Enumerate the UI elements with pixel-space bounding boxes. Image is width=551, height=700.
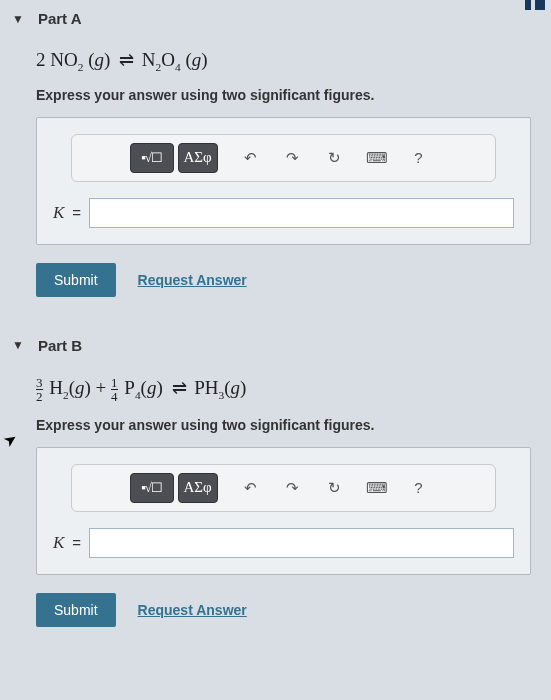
- part-a-submit-button[interactable]: Submit: [36, 263, 116, 297]
- part-a-equation: 2 NO2 (g) ⇌ N2O4 (g): [36, 49, 531, 73]
- keyboard-icon[interactable]: ⌨: [358, 474, 396, 502]
- greek-symbols-button[interactable]: ΑΣφ: [178, 143, 218, 173]
- part-a-title: Part A: [38, 10, 82, 27]
- part-a-toolbar: ▪√☐ ΑΣφ ↶ ↷ ↻ ⌨ ?: [71, 134, 496, 182]
- part-b-title: Part B: [38, 337, 82, 354]
- undo-icon[interactable]: ↶: [232, 144, 270, 172]
- greek-symbols-button[interactable]: ΑΣφ: [178, 473, 218, 503]
- part-b-request-answer-link[interactable]: Request Answer: [138, 602, 247, 618]
- collapse-icon[interactable]: ▼: [12, 12, 24, 26]
- format-template-button[interactable]: ▪√☐: [130, 143, 174, 173]
- part-b-equation: 32 H2(g) + 14 P4(g) ⇌ PH3(g): [36, 376, 531, 403]
- format-template-button[interactable]: ▪√☐: [130, 473, 174, 503]
- reset-icon[interactable]: ↻: [316, 474, 354, 502]
- part-a-header[interactable]: ▼ Part A: [12, 10, 531, 27]
- help-icon[interactable]: ?: [400, 474, 438, 502]
- part-b-answer-input[interactable]: [89, 528, 514, 558]
- reset-icon[interactable]: ↻: [316, 144, 354, 172]
- collapse-icon[interactable]: ▼: [12, 338, 24, 352]
- redo-icon[interactable]: ↷: [274, 144, 312, 172]
- part-a-answer-input[interactable]: [89, 198, 514, 228]
- part-a-instruction: Express your answer using two significan…: [36, 87, 531, 103]
- help-icon[interactable]: ?: [400, 144, 438, 172]
- part-a-var-label: K: [53, 203, 64, 223]
- part-b-header[interactable]: ▼ Part B: [12, 337, 531, 354]
- redo-icon[interactable]: ↷: [274, 474, 312, 502]
- part-b-var-label: K: [53, 533, 64, 553]
- part-b: ▼ Part B 32 H2(g) + 14 P4(g) ⇌ PH3(g) Ex…: [36, 337, 531, 627]
- part-b-submit-button[interactable]: Submit: [36, 593, 116, 627]
- part-b-toolbar: ▪√☐ ΑΣφ ↶ ↷ ↻ ⌨ ?: [71, 464, 496, 512]
- part-a-eq-sign: =: [72, 204, 81, 221]
- part-b-instruction: Express your answer using two significan…: [36, 417, 531, 433]
- part-b-eq-sign: =: [72, 534, 81, 551]
- window-decor: [525, 0, 547, 10]
- part-a: ▼ Part A 2 NO2 (g) ⇌ N2O4 (g) Express yo…: [36, 10, 531, 297]
- part-b-answer-box: ▪√☐ ΑΣφ ↶ ↷ ↻ ⌨ ? K =: [36, 447, 531, 575]
- part-a-request-answer-link[interactable]: Request Answer: [138, 272, 247, 288]
- undo-icon[interactable]: ↶: [232, 474, 270, 502]
- keyboard-icon[interactable]: ⌨: [358, 144, 396, 172]
- part-a-answer-box: ▪√☐ ΑΣφ ↶ ↷ ↻ ⌨ ? K =: [36, 117, 531, 245]
